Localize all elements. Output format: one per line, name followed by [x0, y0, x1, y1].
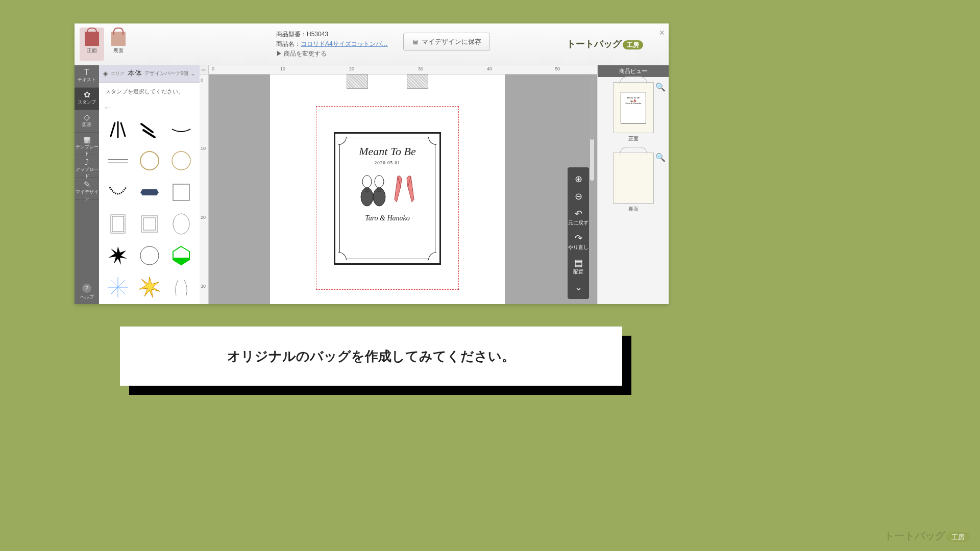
redo-button[interactable]: ↷やり直し — [568, 230, 589, 254]
stamp-ribbon-navy[interactable] — [136, 179, 163, 206]
product-meta: 商品型番：H53043 商品名：コロリドA4サイズコットンバ… ▶ 商品を変更す… — [276, 30, 388, 59]
close-button[interactable]: × — [659, 28, 665, 38]
stamp-burst-black[interactable] — [104, 242, 132, 269]
stamp-circle-thin[interactable] — [136, 242, 163, 269]
tool-stamp-label: スタンプ — [78, 99, 96, 105]
back-arrow[interactable]: ← — [99, 101, 200, 115]
stamp-oval[interactable] — [167, 210, 195, 238]
stamp-column: ◈ エリア 本体 デザインパーツ6個 ⌄ スタンプを選択してください。 ← — [99, 65, 200, 304]
tool-shape-label: 図形 — [82, 122, 91, 127]
align-label: 配置 — [573, 269, 583, 274]
chevron-down-icon: ⌄ — [568, 282, 589, 293]
change-product-link[interactable]: ▶ 商品を変更する — [276, 49, 388, 59]
svg-point-7 — [140, 152, 159, 170]
tab-front[interactable]: 正面 — [80, 28, 104, 61]
mini-design: Meant To Be👞👠Taro & Hanako — [621, 92, 646, 123]
undo-icon: ↶ — [568, 208, 589, 219]
tab-back[interactable]: 裏面 — [106, 28, 131, 61]
help-button[interactable]: ?ヘルプ — [75, 282, 99, 304]
stamp-eyelash[interactable] — [167, 115, 195, 143]
svg-rect-11 — [112, 216, 124, 232]
ruler-h-tick: 40 — [487, 66, 492, 71]
tool-text[interactable]: Tテキスト — [75, 65, 99, 88]
product-view-header: 商品ビュー — [598, 65, 669, 77]
preview-front[interactable]: 🔍 Meant To Be👞👠Taro & Hanako 正面 — [598, 77, 669, 147]
magnify-icon[interactable]: 🔍 — [655, 82, 666, 92]
stamp-instruction: スタンプを選択してください。 — [99, 83, 200, 101]
stamp-circle-gold[interactable] — [136, 147, 163, 174]
canvas-scrollbar[interactable] — [590, 79, 594, 181]
stamp-square-double[interactable] — [136, 210, 163, 238]
upload-icon: ⤴ — [75, 158, 99, 166]
area-header[interactable]: ◈ エリア 本体 デザインパーツ6個 ⌄ — [99, 65, 200, 83]
print-area[interactable]: Meant To Be - 2020.05.01 - — [316, 106, 459, 290]
save-button-label: マイデザインに保存 — [422, 37, 481, 46]
align-button[interactable]: ▤配置 — [568, 254, 589, 279]
watermark-logo: トートバッグ工房 — [884, 529, 970, 543]
product-name-link[interactable]: コロリドA4サイズコットンバ… — [301, 40, 388, 47]
help-icon: ? — [82, 284, 91, 293]
zoom-controls: ⊕ ⊖ ↶元に戻す ↷やり直し ▤配置 ⌄ — [568, 167, 589, 299]
undo-button[interactable]: ↶元に戻す — [568, 205, 589, 230]
inner-border — [339, 138, 435, 259]
stamp-burst-lines[interactable] — [104, 115, 132, 143]
stamp-sparkle-blue[interactable] — [104, 273, 132, 301]
stamp-speed-lines[interactable] — [136, 115, 163, 143]
stamp-square-frame[interactable] — [167, 179, 195, 206]
design-canvas[interactable]: Meant To Be - 2020.05.01 - — [209, 74, 597, 304]
tool-text-label: テキスト — [78, 77, 96, 82]
help-label: ヘルプ — [80, 294, 94, 299]
product-code-value: H53043 — [307, 31, 328, 38]
watermark-text: トートバッグ — [884, 530, 945, 541]
bag-back-icon — [109, 28, 128, 46]
zoom-out-icon: ⊖ — [568, 191, 589, 202]
expand-button[interactable]: ⌄ — [568, 279, 589, 296]
magnify-icon[interactable]: 🔍 — [655, 153, 666, 162]
svg-rect-9 — [173, 184, 189, 201]
ruler-corner: cm — [200, 65, 209, 74]
svg-point-15 — [140, 246, 159, 265]
preview-bag-front: Meant To Be👞👠Taro & Hanako — [613, 82, 654, 133]
tool-shape[interactable]: ◇図形 — [75, 110, 99, 133]
tab-front-label: 正面 — [80, 47, 104, 54]
ruler-h-tick: 50 — [555, 66, 560, 71]
stamp-hexagon-green[interactable] — [167, 242, 195, 269]
bag-front-icon — [83, 28, 101, 46]
zoom-out-button[interactable]: ⊖ — [568, 188, 589, 205]
instruction-text: スタンプを選択してください。 — [105, 88, 184, 95]
stamp-rect-frame[interactable] — [104, 210, 132, 238]
tab-back-label: 裏面 — [106, 47, 131, 54]
save-design-button[interactable]: 🖥 マイデザインに保存 — [403, 33, 490, 51]
watermark-badge: 工房 — [946, 532, 970, 542]
preview-front-label: 正面 — [602, 135, 665, 142]
logo-text: トートバッグ — [567, 39, 622, 49]
shape-icon: ◇ — [75, 113, 99, 121]
stamp-laurel[interactable] — [167, 273, 195, 301]
tool-mydesign[interactable]: ✎マイデザイン — [75, 178, 99, 200]
zoom-in-button[interactable]: ⊕ — [568, 170, 589, 188]
stamp-burst-yellow[interactable] — [136, 273, 163, 301]
ruler-h-tick: 20 — [349, 66, 354, 71]
tool-column: Tテキスト ✿スタンプ ◇図形 ▦テンプレート ⤴アップロード ✎マイデザイン … — [75, 65, 99, 304]
stamp-necklace[interactable] — [104, 179, 132, 206]
chevron-down-icon: ⌄ — [190, 70, 195, 77]
tool-stamp[interactable]: ✿スタンプ — [75, 88, 99, 110]
svg-rect-10 — [111, 215, 125, 233]
area-title: 本体 — [128, 69, 142, 78]
stamp-icon: ✿ — [75, 91, 99, 99]
design-editor-app: 正面 裏面 商品型番：H53043 商品名：コロリドA4サイズコットンバ… ▶ … — [75, 23, 669, 304]
preview-bag-back — [613, 153, 654, 204]
tool-mydesign-label: マイデザイン — [76, 189, 99, 201]
text-icon: T — [75, 68, 99, 77]
tool-template[interactable]: ▦テンプレート — [75, 133, 99, 155]
design-frame[interactable]: Meant To Be - 2020.05.01 - — [334, 132, 441, 265]
ruler-horizontal: 0 10 20 30 40 50 — [209, 65, 597, 74]
top-bar: 正面 裏面 商品型番：H53043 商品名：コロリドA4サイズコットンバ… ▶ … — [75, 23, 669, 65]
tool-template-label: テンプレート — [76, 144, 99, 156]
view-tabs: 正面 裏面 — [75, 23, 136, 65]
bag-handles — [321, 74, 454, 90]
stamp-underline[interactable] — [104, 147, 132, 174]
stamp-circle-gold-2[interactable] — [167, 147, 195, 174]
preview-back[interactable]: 🔍 裏面 — [598, 147, 669, 218]
tool-upload[interactable]: ⤴アップロード — [75, 155, 99, 178]
